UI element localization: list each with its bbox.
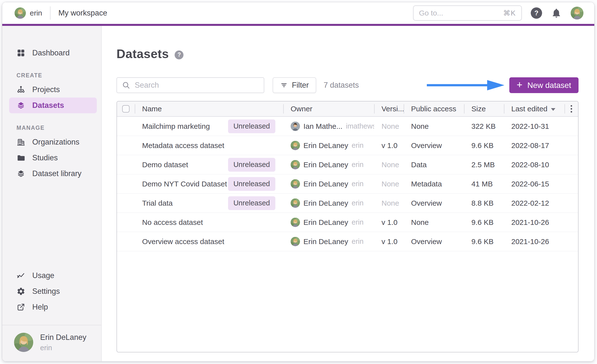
dataset-name[interactable]: Demo dataset (142, 161, 188, 169)
workspace-title[interactable]: My workspace (58, 9, 107, 17)
app-window: erin My workspace Go to... ⌘K ? Dashboar… (2, 2, 595, 362)
column-header-size[interactable]: Size (464, 101, 504, 116)
sidebar-item-projects[interactable]: Projects (2, 82, 97, 98)
table-row[interactable]: Overview access dataset Erin DeLaney eri… (117, 232, 578, 251)
owner-cell[interactable]: Erin DeLaney erin (283, 237, 374, 246)
new-dataset-button[interactable]: + New dataset (509, 77, 579, 93)
size-cell: 322 KB (464, 122, 504, 131)
owner-cell[interactable]: Erin DeLaney erin (283, 141, 374, 150)
filter-button[interactable]: Filter (273, 77, 316, 93)
column-header-public-access[interactable]: Public access (404, 101, 464, 116)
studies-folder-icon (17, 153, 25, 162)
unreleased-badge: Unreleased (228, 119, 275, 133)
sidebar: Dashboard CREATE Projects Datasets MANAG… (2, 26, 102, 361)
owner-name: Erin DeLaney (303, 237, 348, 246)
last-edited-cell: 2021-10-26 (504, 237, 564, 246)
page-help-icon[interactable]: ? (175, 50, 183, 59)
last-edited-cell: 2022-10-31 (504, 122, 564, 131)
select-all-checkbox[interactable] (122, 105, 130, 113)
dataset-name[interactable]: No access dataset (142, 218, 203, 227)
goto-search-input[interactable]: Go to... ⌘K (413, 5, 522, 21)
projects-icon (17, 85, 25, 94)
table-row[interactable]: Demo NYT Covid Dataset Unreleased Erin D… (117, 174, 578, 194)
table-row[interactable]: Metadata access dataset Erin DeLaney eri… (117, 136, 578, 155)
dataset-count: 7 datasets (324, 81, 359, 90)
table-row[interactable]: Demo dataset Unreleased Erin DeLaney eri… (117, 155, 578, 174)
user-username: erin (40, 344, 86, 352)
sidebar-item-label: Organizations (32, 138, 79, 147)
plus-icon: + (517, 80, 522, 90)
column-menu-cell[interactable] (564, 101, 578, 116)
dataset-name[interactable]: Metadata access dataset (142, 141, 224, 150)
table-row[interactable]: Mailchimp marketing Unreleased Ian Mathe… (117, 117, 578, 136)
owner-cell[interactable]: Erin DeLaney erin (283, 218, 374, 227)
profile-avatar[interactable] (571, 7, 583, 19)
owner-cell[interactable]: Erin DeLaney erin (283, 179, 374, 189)
dataset-name[interactable]: Mailchimp marketing (142, 122, 210, 131)
column-header-last-edited[interactable]: Last edited (504, 101, 564, 116)
table-header: Name Owner Versi... Public access Size L… (117, 101, 578, 117)
sidebar-user-card[interactable]: Erin DeLaney erin (2, 325, 101, 361)
size-cell: 9.6 KB (464, 218, 504, 227)
owner-name: Erin DeLaney (303, 141, 348, 150)
version-cell: v 1.0 (374, 237, 404, 246)
public-access-cell: Data (404, 161, 464, 169)
dataset-name[interactable]: Overview access dataset (142, 237, 224, 246)
column-header-owner[interactable]: Owner (283, 101, 374, 116)
filter-icon (280, 81, 288, 89)
sidebar-item-help[interactable]: Help (2, 299, 97, 315)
sidebar-item-dashboard[interactable]: Dashboard (2, 45, 97, 61)
sidebar-item-label: Dashboard (32, 49, 70, 57)
unreleased-badge: Unreleased (228, 158, 275, 172)
sidebar-item-settings[interactable]: Settings (2, 283, 97, 299)
size-cell: 9.6 KB (464, 141, 504, 150)
column-header-name[interactable]: Name (135, 101, 283, 116)
workspace-owner-name[interactable]: erin (30, 9, 42, 17)
version-cell: v 1.0 (374, 141, 404, 150)
size-cell: 2.5 MB (464, 161, 504, 169)
filter-label: Filter (292, 81, 309, 90)
version-cell: None (374, 199, 404, 207)
dataset-name[interactable]: Trial data (142, 199, 173, 207)
sidebar-item-label: Projects (32, 85, 60, 94)
sidebar-item-dataset-library[interactable]: Dataset library (2, 166, 97, 182)
kebab-menu-icon[interactable] (569, 104, 574, 114)
version-cell: None (374, 122, 404, 131)
version-cell: None (374, 180, 404, 188)
owner-name: Erin DeLaney (303, 199, 348, 207)
size-cell: 41 MB (464, 180, 504, 188)
usage-chart-icon (17, 271, 25, 280)
table-row[interactable]: No access dataset Erin DeLaney erin v 1.… (117, 213, 578, 232)
dataset-name[interactable]: Demo NYT Covid Dataset (142, 180, 227, 188)
search-input[interactable]: Search (116, 77, 264, 93)
owner-cell[interactable]: Erin DeLaney erin (283, 160, 374, 169)
help-icon[interactable]: ? (531, 7, 542, 19)
owner-avatar (291, 218, 300, 227)
sidebar-item-studies[interactable]: Studies (2, 150, 97, 166)
sidebar-item-label: Dataset library (32, 169, 82, 178)
column-header-version[interactable]: Versi... (374, 101, 404, 116)
sidebar-item-organizations[interactable]: Organizations (2, 134, 97, 150)
topbar-divider (50, 6, 50, 20)
table-row[interactable]: Trial data Unreleased Erin DeLaney erin … (117, 194, 578, 213)
owner-avatar (291, 237, 300, 246)
annotation-arrow (426, 80, 505, 91)
last-edited-cell: 2022-08-17 (504, 141, 564, 150)
owner-avatar (291, 141, 300, 150)
owner-avatar (291, 199, 300, 208)
sidebar-section-create: CREATE (17, 72, 101, 79)
keyboard-shortcut-badge: ⌘K (503, 9, 516, 17)
owner-name: Ian Mathe... (303, 122, 342, 131)
sort-descending-icon (551, 108, 555, 111)
owner-username: erin (352, 237, 364, 246)
last-edited-cell: 2022-02-12 (504, 199, 564, 207)
sidebar-item-datasets[interactable]: Datasets (9, 98, 97, 113)
owner-cell[interactable]: Ian Mathe... imathews (283, 122, 374, 131)
sidebar-item-usage[interactable]: Usage (2, 268, 97, 283)
workspace-owner-avatar[interactable] (15, 7, 26, 19)
owner-cell[interactable]: Erin DeLaney erin (283, 199, 374, 208)
header-checkbox-cell[interactable] (117, 101, 135, 116)
notifications-bell-icon[interactable] (551, 8, 562, 18)
external-link-icon (17, 303, 25, 312)
owner-name: Erin DeLaney (303, 180, 348, 188)
